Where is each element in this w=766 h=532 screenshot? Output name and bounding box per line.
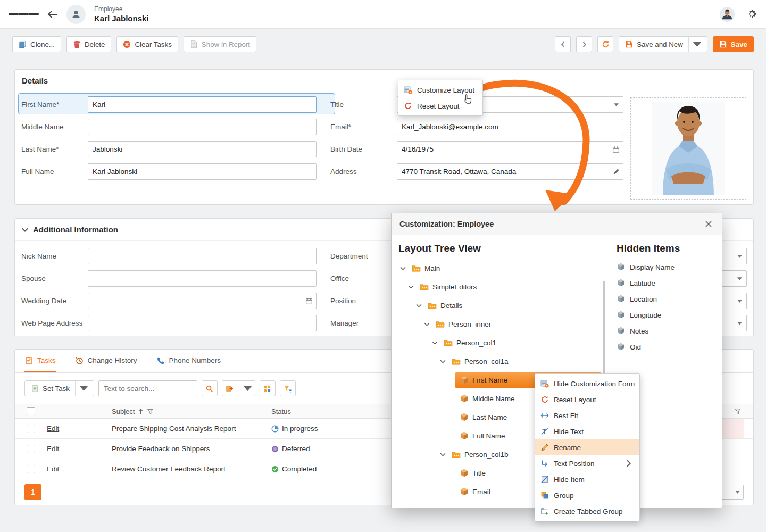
search-button[interactable]: [202, 380, 218, 396]
tree-item-chip[interactable]: Title: [455, 466, 490, 481]
clear-tasks-button[interactable]: Clear Tasks: [116, 36, 178, 52]
hidden-item[interactable]: Display Name: [617, 259, 714, 275]
tab-change-history[interactable]: Change History: [75, 350, 137, 372]
select-all-checkbox[interactable]: [27, 407, 35, 415]
column-chooser-button[interactable]: [260, 380, 276, 396]
title-dropdown-icon[interactable]: [609, 97, 623, 112]
edit-address-pencil-icon[interactable]: [609, 164, 623, 179]
clone-button[interactable]: Clone...: [12, 36, 61, 52]
menu-item-create-tabbed-group[interactable]: Create Tabbed Group: [535, 503, 639, 519]
manager-dropdown-icon[interactable]: [732, 315, 746, 331]
menu-item-hide-text[interactable]: Hide Text: [535, 423, 639, 439]
export-icon: [226, 385, 234, 393]
row-checkbox[interactable]: [27, 465, 35, 473]
search-input[interactable]: [98, 380, 197, 396]
page-1-button[interactable]: 1: [24, 484, 41, 500]
chevron-down-icon[interactable]: [430, 339, 439, 347]
menu-item-reset-layout[interactable]: Reset Layout: [398, 98, 482, 114]
save-and-new-button[interactable]: Save and New: [619, 36, 707, 52]
tree-group-chip[interactable]: SimpleEditors: [415, 279, 481, 295]
birth-date-input[interactable]: [397, 142, 609, 157]
hidden-item[interactable]: Latitude: [617, 275, 714, 291]
refresh-button[interactable]: [597, 36, 613, 52]
row-checkbox[interactable]: [27, 425, 35, 433]
set-task-button[interactable]: Set Task: [24, 380, 94, 396]
hamburger-menu-icon[interactable]: [9, 12, 39, 16]
collapse-chevron-icon[interactable]: [22, 228, 28, 232]
save-button[interactable]: Save: [713, 36, 754, 52]
menu-item-reset-layout[interactable]: Reset Layout: [535, 392, 639, 408]
calendar-icon[interactable]: [302, 293, 316, 309]
subject-column-header[interactable]: Subject: [110, 404, 269, 418]
layout-item-icon: [460, 394, 469, 403]
tree-item-chip[interactable]: Middle Name: [455, 391, 520, 406]
tree-group-chip[interactable]: Person_inner: [431, 317, 496, 332]
menu-item-rename[interactable]: Rename: [535, 439, 639, 455]
tree-item-chip[interactable]: Last Name: [455, 410, 512, 425]
chevron-down-icon[interactable]: [438, 358, 447, 366]
address-input[interactable]: [397, 164, 609, 179]
previous-record-button[interactable]: [555, 36, 571, 52]
tree-item-chip[interactable]: Email: [455, 484, 495, 500]
edit-column-header: [45, 404, 110, 418]
hidden-item[interactable]: Notes: [617, 323, 714, 339]
layout-group-icon: [452, 450, 461, 459]
department-dropdown-icon[interactable]: [732, 248, 746, 264]
edit-link[interactable]: Edit: [47, 465, 59, 473]
filter-row-icon[interactable]: [734, 408, 742, 415]
subject-filter-icon[interactable]: [147, 408, 154, 415]
last-name-input[interactable]: [88, 142, 316, 157]
export-dropdown[interactable]: [239, 381, 252, 396]
tree-item-chip[interactable]: Full Name: [455, 428, 510, 444]
nick-name-input[interactable]: [88, 248, 316, 264]
chevron-down-icon[interactable]: [406, 283, 415, 292]
edit-link[interactable]: Edit: [47, 445, 59, 453]
hidden-item[interactable]: Longitude: [617, 307, 714, 323]
chevron-down-icon[interactable]: [414, 302, 423, 310]
menu-item-group[interactable]: Group: [535, 487, 639, 503]
record-meta: Employee Karl Jablonski: [94, 5, 149, 23]
office-dropdown-icon[interactable]: [732, 271, 746, 286]
close-icon[interactable]: [703, 219, 714, 229]
tree-group-chip[interactable]: Person_col1b: [447, 447, 513, 462]
show-in-report-button[interactable]: Show in Report: [184, 36, 256, 52]
employee-avatar: [66, 5, 86, 24]
calendar-icon[interactable]: [609, 142, 623, 157]
export-button[interactable]: [222, 380, 255, 396]
photo-dropzone[interactable]: [630, 97, 746, 200]
row-checkbox[interactable]: [27, 445, 35, 453]
tree-group-chip[interactable]: Person_col1: [439, 335, 501, 351]
email-input[interactable]: [397, 119, 623, 135]
menu-item-hide-item[interactable]: Hide Item: [535, 471, 639, 487]
menu-item-customize-layout[interactable]: Customize Layout: [398, 82, 482, 98]
tree-group-chip[interactable]: Person_col1a: [447, 354, 513, 369]
hidden-item[interactable]: Oid: [617, 339, 714, 355]
delete-button[interactable]: Delete: [66, 36, 112, 52]
settings-gear-icon[interactable]: [746, 9, 757, 20]
menu-item-best-fit[interactable]: Best Fit: [535, 408, 639, 423]
first-name-input[interactable]: [88, 97, 316, 112]
next-record-button[interactable]: [576, 36, 592, 52]
menu-item-hide-customization-form[interactable]: Hide Customization Form: [535, 376, 639, 392]
edit-link[interactable]: Edit: [47, 425, 59, 433]
web-page-input[interactable]: [88, 315, 316, 331]
chevron-down-icon[interactable]: [398, 264, 407, 273]
chevron-down-icon[interactable]: [438, 451, 447, 459]
wedding-date-input[interactable]: [88, 293, 302, 309]
full-name-input[interactable]: [88, 164, 316, 179]
back-arrow-icon[interactable]: [47, 10, 58, 19]
tab-tasks[interactable]: Tasks: [24, 350, 56, 372]
chevron-down-icon[interactable]: [422, 320, 431, 329]
save-and-new-dropdown[interactable]: [688, 37, 701, 52]
tree-group-chip[interactable]: Details: [423, 298, 467, 313]
spouse-input[interactable]: [88, 271, 316, 286]
tree-group-chip[interactable]: Main: [407, 261, 445, 276]
menu-item-text-position[interactable]: Text Position: [535, 455, 639, 471]
filter-editor-button[interactable]: [280, 380, 296, 396]
tab-phone-numbers[interactable]: Phone Numbers: [156, 350, 221, 372]
middle-name-input[interactable]: [88, 119, 316, 135]
user-avatar[interactable]: [720, 7, 735, 22]
hidden-item[interactable]: Location: [617, 291, 714, 307]
position-dropdown-icon[interactable]: [732, 293, 746, 309]
set-task-dropdown[interactable]: [75, 381, 88, 396]
